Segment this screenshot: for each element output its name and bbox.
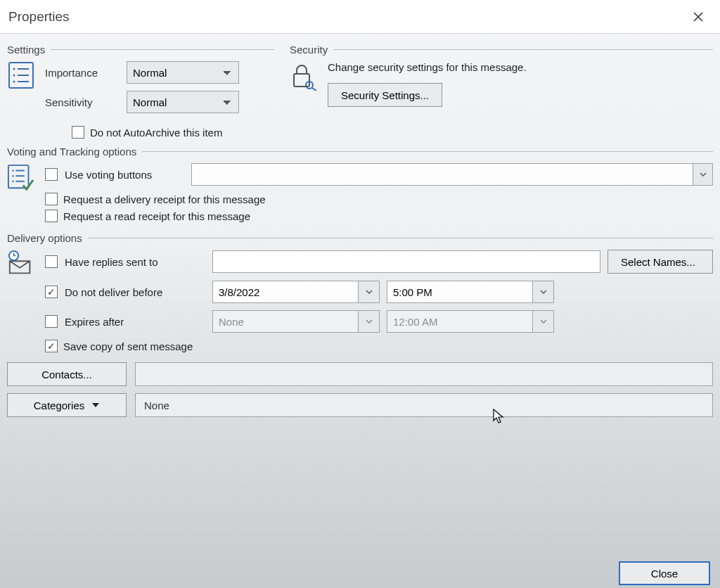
outbox-clock-icon	[7, 250, 35, 278]
have-replies-label: Have replies sent to	[65, 256, 205, 268]
no-deliver-before-checkbox[interactable]	[45, 286, 58, 298]
read-receipt-checkbox[interactable]	[45, 210, 58, 222]
autoarchive-label: Do not AutoArchive this item	[90, 127, 222, 139]
settings-group-title: Settings	[7, 44, 45, 56]
select-names-button[interactable]: Select Names...	[608, 250, 713, 274]
autoarchive-checkbox[interactable]	[72, 126, 84, 139]
importance-select[interactable]: Normal	[127, 61, 239, 84]
save-copy-checkbox[interactable]	[45, 340, 58, 352]
categories-button[interactable]: Categories	[7, 393, 127, 417]
voting-group-title: Voting and Tracking options	[7, 146, 136, 158]
svg-line-9	[312, 88, 316, 91]
svg-point-3	[13, 75, 15, 77]
no-deliver-before-label: Do not deliver before	[65, 286, 205, 298]
contacts-button[interactable]: Contacts...	[7, 362, 127, 386]
save-copy-label: Save copy of sent message	[63, 340, 193, 352]
no-deliver-date-combo[interactable]	[212, 281, 380, 303]
expires-time-combo[interactable]	[387, 310, 554, 333]
delivery-receipt-label: Request a delivery receipt for this mess…	[63, 193, 266, 205]
expires-time-input	[387, 311, 532, 332]
chevron-down-icon[interactable]	[358, 311, 379, 332]
expires-date-input	[213, 311, 358, 332]
delivery-receipt-checkbox[interactable]	[45, 193, 58, 205]
sensitivity-label: Sensitivity	[45, 96, 118, 108]
no-deliver-date-input[interactable]	[213, 281, 358, 302]
security-settings-button[interactable]: Security Settings...	[328, 83, 442, 107]
categories-button-label: Categories	[34, 400, 85, 411]
window-title: Properties	[8, 9, 70, 25]
use-voting-label: Use voting buttons	[65, 169, 184, 181]
titlebar: Properties	[0, 0, 720, 34]
svg-rect-7	[294, 74, 309, 87]
delivery-group-title: Delivery options	[7, 232, 82, 244]
chevron-down-icon[interactable]	[532, 281, 553, 302]
divider	[51, 49, 274, 50]
divider	[333, 49, 713, 50]
svg-point-15	[12, 181, 13, 182]
chevron-down-icon[interactable]	[693, 164, 712, 185]
no-deliver-time-combo[interactable]	[387, 281, 554, 303]
close-button[interactable]: Close	[619, 561, 710, 585]
svg-point-5	[13, 81, 15, 83]
voting-list-icon	[7, 163, 35, 191]
expires-after-label: Expires after	[65, 316, 205, 328]
expires-after-checkbox[interactable]	[45, 315, 58, 328]
svg-point-11	[12, 170, 13, 171]
security-description: Change security settings for this messag…	[328, 61, 713, 73]
svg-point-13	[12, 175, 13, 177]
close-icon[interactable]	[685, 4, 712, 30]
divider	[88, 238, 713, 238]
have-replies-input[interactable]	[212, 250, 600, 273]
security-group-title: Security	[290, 44, 328, 56]
caret-down-icon	[91, 402, 100, 409]
chevron-down-icon[interactable]	[532, 311, 553, 332]
properties-list-icon	[7, 61, 35, 89]
read-receipt-label: Request a read receipt for this message	[63, 210, 250, 222]
contacts-field[interactable]	[135, 362, 713, 386]
sensitivity-select[interactable]: Normal	[127, 91, 239, 113]
divider	[142, 151, 713, 152]
svg-point-1	[13, 68, 15, 70]
importance-label: Importance	[45, 67, 118, 79]
lock-key-icon	[290, 61, 318, 89]
use-voting-checkbox[interactable]	[45, 168, 58, 181]
chevron-down-icon[interactable]	[358, 281, 379, 302]
voting-buttons-select[interactable]	[191, 163, 713, 186]
categories-field[interactable]: None	[135, 393, 713, 417]
have-replies-checkbox[interactable]	[45, 255, 58, 268]
no-deliver-time-input[interactable]	[387, 281, 532, 302]
expires-date-combo[interactable]	[212, 310, 380, 333]
